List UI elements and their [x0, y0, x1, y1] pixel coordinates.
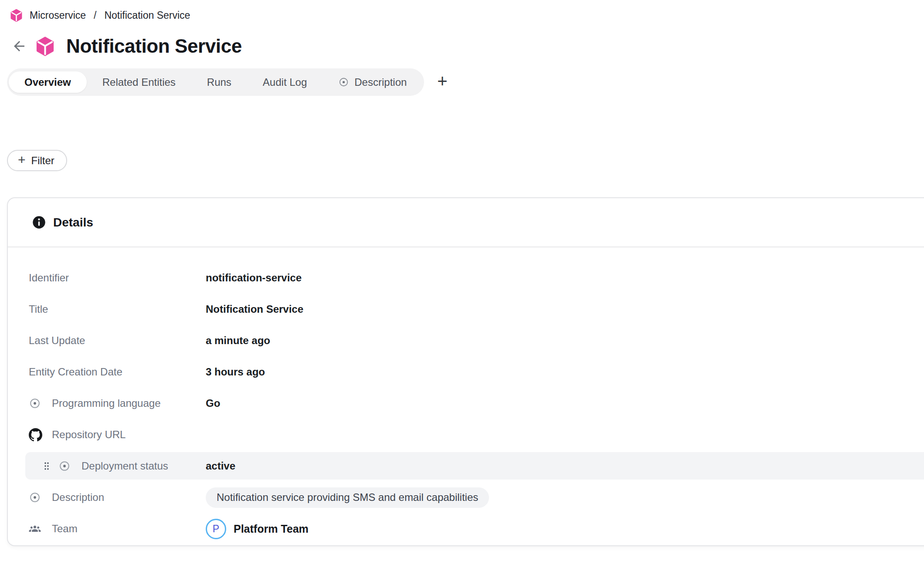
detail-row-repository-url: Repository URL [18, 419, 924, 450]
tabs-wrap: Overview Related Entities Runs Audit Log… [7, 68, 924, 96]
detail-label: Team [29, 522, 78, 536]
detail-label-text: Description [52, 491, 104, 504]
description-value-pill: Notification service providing SMS and e… [206, 487, 489, 508]
drag-handle-icon[interactable] [43, 460, 52, 473]
breadcrumb-blueprint[interactable]: Microservice [30, 10, 86, 21]
detail-value: Go [206, 397, 220, 409]
detail-value: P Platform Team [206, 519, 309, 539]
github-icon [29, 428, 45, 442]
detail-row-deployment-status[interactable]: Deployment status active [25, 452, 924, 480]
detail-label: Identifier [29, 272, 69, 284]
plus-icon: + [18, 160, 26, 162]
detail-row-title: Title Notification Service [18, 294, 924, 325]
detail-label: Last Update [29, 335, 85, 347]
filter-button[interactable]: + Filter [7, 150, 67, 171]
detail-row-team: Team P Platform Team [18, 513, 924, 544]
add-tab-button[interactable]: + [434, 72, 451, 92]
microservice-blueprint-cube-icon [10, 9, 23, 22]
page-title: Notification Service [66, 35, 242, 57]
detail-label-text: Repository URL [52, 429, 126, 441]
detail-label: Entity Creation Date [29, 366, 122, 378]
detail-value: active [206, 460, 235, 472]
detail-value: notification-service [206, 272, 302, 284]
property-dot-icon [338, 77, 349, 88]
back-arrow-icon [11, 38, 27, 54]
team-name: Platform Team [234, 523, 309, 535]
detail-value: a minute ago [206, 335, 270, 347]
details-card: Details Identifier notification-service … [7, 197, 924, 546]
details-card-header: Details [8, 198, 924, 247]
detail-value: Notification service providing SMS and e… [206, 487, 489, 508]
detail-row-identifier: Identifier notification-service [18, 262, 924, 294]
back-button[interactable] [10, 37, 29, 56]
detail-row-last-update: Last Update a minute ago [18, 325, 924, 356]
tab-overview[interactable]: Overview [9, 71, 87, 93]
detail-row-programming-language: Programming language Go [18, 388, 924, 419]
property-dot-icon [58, 459, 75, 473]
tab-audit-log[interactable]: Audit Log [247, 71, 323, 93]
detail-row-description: Description Notification service providi… [18, 482, 924, 513]
details-rows: Identifier notification-service Title No… [8, 247, 924, 544]
entity-blueprint-cube-icon [35, 36, 55, 57]
details-card-title: Details [53, 216, 93, 230]
detail-label: Deployment status [58, 459, 168, 473]
tab-bar: Overview Related Entities Runs Audit Log… [7, 68, 424, 96]
info-icon [32, 216, 46, 229]
team-avatar[interactable]: P [206, 519, 226, 539]
detail-label-text: Programming language [52, 397, 160, 409]
detail-label: Repository URL [29, 428, 126, 442]
tab-runs[interactable]: Runs [191, 71, 247, 93]
tab-description-label: Description [354, 76, 407, 88]
detail-label-text: Team [52, 523, 78, 535]
entity-header: Notification Service [10, 35, 924, 57]
detail-label-text: Deployment status [82, 460, 168, 472]
team-icon [29, 522, 45, 536]
tab-description[interactable]: Description [323, 71, 422, 93]
property-dot-icon [29, 396, 45, 410]
detail-label: Description [29, 490, 104, 504]
property-dot-icon [29, 490, 45, 504]
entity-page: Microservice / Notification Service Noti… [0, 0, 924, 561]
detail-value: 3 hours ago [206, 366, 265, 378]
filter-button-label: Filter [31, 155, 54, 167]
breadcrumb-separator: / [92, 10, 98, 21]
detail-row-entity-creation-date: Entity Creation Date 3 hours ago [18, 356, 924, 388]
breadcrumb: Microservice / Notification Service [0, 0, 924, 22]
detail-label: Programming language [29, 396, 160, 410]
detail-label: Title [29, 303, 48, 315]
detail-value: Notification Service [206, 303, 303, 315]
breadcrumb-entity: Notification Service [104, 10, 190, 21]
tab-related-entities[interactable]: Related Entities [87, 71, 191, 93]
